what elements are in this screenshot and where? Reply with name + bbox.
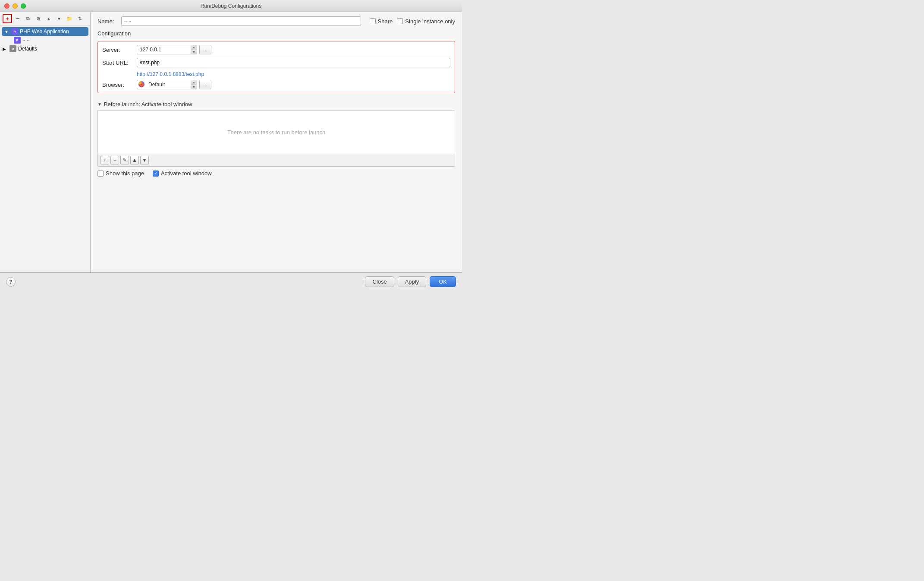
browser-spinner[interactable]: ▲ ▼ — [191, 80, 197, 89]
configuration-box: Server: 127.0.0.1 ▲ ▼ ... — [97, 41, 455, 93]
main-content: + − ⧉ ⚙ ▲ ▼ 📁 ⇅ ▼ P PHP Web Application … — [0, 12, 462, 272]
php-web-app-icon: P — [11, 28, 18, 35]
before-launch-down-button[interactable]: ▼ — [140, 156, 149, 164]
show-page-checkbox-item: Show this page — [97, 170, 144, 177]
sidebar-item-label-php-web-app: PHP Web Application — [20, 28, 69, 35]
sort-button[interactable]: ⇅ — [75, 14, 85, 23]
server-label: Server: — [102, 47, 132, 53]
start-url-row: Start URL: — [102, 58, 450, 67]
config-panel: Name: Share Single instance only Configu… — [91, 12, 462, 272]
sidebar-item-defaults[interactable]: ▶ D Defaults — [0, 44, 90, 53]
server-spin-down[interactable]: ▼ — [191, 50, 197, 54]
start-url-input[interactable] — [137, 58, 450, 67]
browser-row: Browser: — [102, 80, 450, 89]
tree-arrow-php-web-app: ▼ — [4, 29, 9, 34]
name-row: Name: Share Single instance only — [91, 12, 462, 30]
before-launch-title: Before launch: Activate tool window — [104, 101, 192, 107]
configuration-title: Configuration — [97, 30, 455, 37]
before-launch-up-button[interactable]: ▲ — [130, 156, 139, 164]
name-label: Name: — [97, 18, 117, 25]
before-launch-toolbar: + − ✎ ▲ ▼ — [98, 154, 455, 166]
before-launch-container: There are no tasks to run before launch … — [97, 110, 455, 167]
close-button[interactable]: Close — [365, 276, 394, 287]
activate-tool-checkbox-item: ✓ Activate tool window — [153, 170, 212, 177]
share-label: Share — [378, 18, 393, 25]
defaults-icon: D — [9, 45, 16, 52]
server-spin-up[interactable]: ▲ — [191, 45, 197, 50]
browser-spin-up[interactable]: ▲ — [191, 80, 197, 85]
apply-button[interactable]: Apply — [398, 276, 427, 287]
traffic-lights — [4, 3, 26, 9]
sidebar-toolbar: + − ⧉ ⚙ ▲ ▼ 📁 ⇅ — [0, 12, 90, 25]
help-button[interactable]: ? — [6, 277, 16, 287]
before-launch-header: ▼ Before launch: Activate tool window — [97, 101, 455, 107]
server-select[interactable]: 127.0.0.1 ▲ ▼ — [137, 45, 197, 54]
title-bar: Run/Debug Configurations — [0, 0, 462, 12]
before-launch-add-button[interactable]: + — [101, 156, 109, 164]
checkboxes-row: Show this page ✓ Activate tool window — [97, 170, 455, 177]
ok-button[interactable]: OK — [430, 276, 456, 287]
action-buttons: Close Apply OK — [365, 276, 456, 287]
server-input-group: 127.0.0.1 ▲ ▼ ... — [137, 45, 211, 54]
server-ellipsis-button[interactable]: ... — [199, 45, 211, 54]
sidebar-item-php-sub[interactable]: P ·· ·· — [0, 36, 90, 44]
close-traffic-light[interactable] — [4, 3, 9, 9]
activate-tool-check-mark: ✓ — [154, 171, 157, 176]
browser-select[interactable]: Default ▲ ▼ — [137, 80, 197, 89]
before-launch-edit-button[interactable]: ✎ — [120, 156, 129, 164]
activate-tool-label: Activate tool window — [161, 170, 212, 177]
activate-tool-checkbox[interactable]: ✓ — [153, 171, 159, 177]
resolved-url-link[interactable]: http://127.0.0.1:8883/test.php — [137, 71, 204, 77]
server-select-value: 127.0.0.1 — [137, 47, 191, 53]
remove-config-button[interactable]: − — [13, 14, 22, 23]
sidebar-item-label-defaults: Defaults — [18, 46, 37, 52]
show-page-checkbox[interactable] — [97, 171, 104, 177]
share-area: Share — [370, 18, 393, 25]
move-up-button[interactable]: ▲ — [44, 14, 53, 23]
browser-spin-down[interactable]: ▼ — [191, 85, 197, 89]
maximize-traffic-light[interactable] — [21, 3, 26, 9]
settings-config-button[interactable]: ⚙ — [34, 14, 43, 23]
single-instance-label: Single instance only — [405, 18, 455, 25]
sidebar-item-php-web-app[interactable]: ▼ P PHP Web Application — [2, 27, 88, 36]
before-launch-collapse-arrow[interactable]: ▼ — [97, 102, 102, 107]
before-launch-section: ▼ Before launch: Activate tool window Th… — [97, 101, 455, 177]
config-section: Configuration Server: 127.0.0.1 ▲ ▼ — [91, 30, 462, 272]
tree-arrow-defaults: ▶ — [3, 47, 8, 51]
sidebar: + − ⧉ ⚙ ▲ ▼ 📁 ⇅ ▼ P PHP Web Application … — [0, 12, 91, 272]
move-down-button[interactable]: ▼ — [54, 14, 64, 23]
browser-label: Browser: — [102, 82, 132, 88]
minimize-traffic-light[interactable] — [13, 3, 18, 9]
php-sub-icon: P — [14, 37, 21, 44]
single-instance-area: Single instance only — [397, 18, 455, 25]
start-url-label: Start URL: — [102, 60, 132, 66]
no-tasks-text: There are no tasks to run before launch — [98, 111, 455, 154]
single-instance-checkbox[interactable] — [397, 18, 403, 24]
copy-config-button[interactable]: ⧉ — [23, 14, 33, 23]
bottom-bar: ? Close Apply OK — [0, 272, 462, 290]
before-launch-remove-button[interactable]: − — [110, 156, 119, 164]
browser-ellipsis-button[interactable]: ... — [199, 80, 211, 89]
share-checkbox[interactable] — [370, 18, 376, 24]
sidebar-tree: ▼ P PHP Web Application P ·· ·· ▶ D Defa — [0, 25, 90, 272]
server-spinner[interactable]: ▲ ▼ — [191, 45, 197, 54]
add-config-button[interactable]: + — [3, 14, 12, 23]
name-input[interactable] — [121, 16, 361, 26]
show-page-label: Show this page — [106, 170, 144, 177]
server-row: Server: 127.0.0.1 ▲ ▼ ... — [102, 45, 450, 54]
window-title: Run/Debug Configurations — [201, 3, 261, 9]
sidebar-subitem-label: ·· ·· — [22, 37, 30, 43]
browser-select-value: Default — [146, 82, 191, 88]
resolved-url-row: http://127.0.0.1:8883/test.php — [102, 71, 450, 77]
browser-select-group: Default ▲ ▼ ... — [137, 80, 211, 89]
chrome-icon — [138, 81, 145, 88]
folder-button[interactable]: 📁 — [65, 14, 74, 23]
